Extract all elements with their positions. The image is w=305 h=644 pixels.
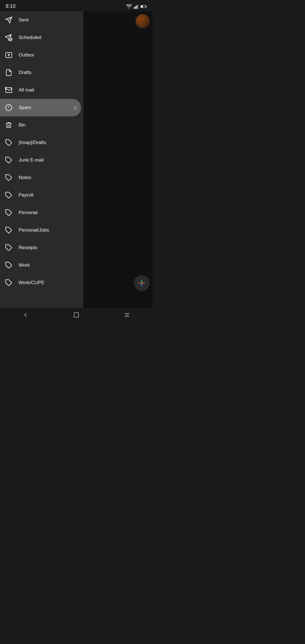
nav-bar	[0, 308, 152, 322]
home-button[interactable]	[68, 309, 85, 321]
menu-item-work-cupe[interactable]: Work/CUPE	[0, 274, 81, 291]
compose-plus-icon	[138, 279, 146, 287]
imap-drafts-icon	[5, 138, 13, 147]
personal-label: Personal	[19, 210, 77, 216]
status-icons	[126, 4, 147, 9]
imap-drafts-label: [Imap]/Drafts	[19, 140, 77, 145]
spam-icon	[5, 103, 13, 112]
svg-rect-1	[135, 6, 136, 9]
right-panel	[83, 11, 152, 308]
work-icon	[5, 261, 13, 269]
receipts-label: Receipts	[19, 245, 77, 251]
spam-badge: 5	[74, 105, 77, 110]
battery-icon	[141, 5, 147, 8]
payroll-label: Payroll	[19, 192, 77, 198]
menu-item-personal-jobs[interactable]: Personal/Jobs	[0, 221, 81, 239]
personal-jobs-icon	[5, 226, 13, 234]
bin-label: Bin	[19, 122, 77, 128]
svg-rect-5	[146, 6, 147, 7]
avatar-image	[136, 14, 150, 28]
status-bar: 8:10	[0, 0, 152, 11]
outbox-label: Outbox	[19, 52, 77, 58]
all-mail-icon	[5, 86, 13, 94]
junk-email-label: Junk E-mail	[19, 157, 77, 163]
personal-icon	[5, 208, 13, 217]
drafts-icon	[5, 68, 13, 77]
svg-rect-6	[141, 6, 143, 7]
menu-item-payroll[interactable]: Payroll	[0, 186, 81, 204]
svg-rect-21	[74, 313, 79, 317]
home-icon	[73, 312, 80, 318]
svg-rect-0	[134, 7, 135, 9]
work-cupe-icon	[5, 279, 13, 287]
drafts-label: Drafts	[19, 70, 77, 75]
recents-button[interactable]	[119, 309, 136, 321]
menu-item-junk-email[interactable]: Junk E-mail	[0, 151, 81, 169]
svg-point-9	[9, 38, 12, 41]
menu-item-scheduled[interactable]: Scheduled	[0, 29, 81, 46]
drawer: Sent Scheduled	[0, 11, 83, 308]
recents-icon	[124, 312, 130, 318]
menu-item-notes[interactable]: Notes	[0, 169, 81, 186]
sent-icon	[5, 16, 13, 24]
all-mail-label: All mail	[19, 87, 77, 93]
back-button[interactable]	[17, 309, 34, 321]
signal-icon	[134, 4, 139, 9]
receipts-icon	[5, 243, 13, 252]
notes-icon	[5, 173, 13, 182]
personal-jobs-label: Personal/Jobs	[19, 227, 77, 233]
compose-fab-button[interactable]	[134, 275, 150, 291]
bin-icon	[5, 121, 13, 129]
spam-label: Spam	[19, 105, 74, 110]
scheduled-icon	[5, 33, 13, 42]
menu-item-all-mail[interactable]: All mail	[0, 81, 81, 99]
wifi-icon	[126, 4, 132, 9]
menu-item-bin[interactable]: Bin	[0, 116, 81, 134]
menu-item-spam[interactable]: Spam 5	[0, 99, 81, 116]
menu-item-outbox[interactable]: Outbox	[0, 46, 81, 64]
svg-rect-3	[138, 5, 139, 9]
outbox-icon	[5, 51, 13, 59]
scheduled-label: Scheduled	[19, 35, 77, 40]
menu-item-imap-drafts[interactable]: [Imap]/Drafts	[0, 134, 81, 151]
menu-item-personal[interactable]: Personal	[0, 204, 81, 221]
status-time: 8:10	[6, 3, 16, 9]
notes-label: Notes	[19, 175, 77, 180]
svg-rect-2	[136, 5, 137, 9]
menu-item-work[interactable]: Work	[0, 256, 81, 274]
work-label: Work	[19, 262, 77, 268]
menu-item-drafts[interactable]: Drafts	[0, 64, 81, 81]
payroll-icon	[5, 191, 13, 199]
menu-item-receipts[interactable]: Receipts	[0, 239, 81, 256]
junk-email-icon	[5, 156, 13, 164]
main-layout: Sent Scheduled	[0, 11, 152, 308]
back-icon	[22, 312, 29, 318]
work-cupe-label: Work/CUPE	[19, 280, 77, 286]
sent-label: Sent	[19, 17, 77, 23]
menu-item-sent[interactable]: Sent	[0, 11, 81, 29]
avatar	[136, 14, 150, 28]
